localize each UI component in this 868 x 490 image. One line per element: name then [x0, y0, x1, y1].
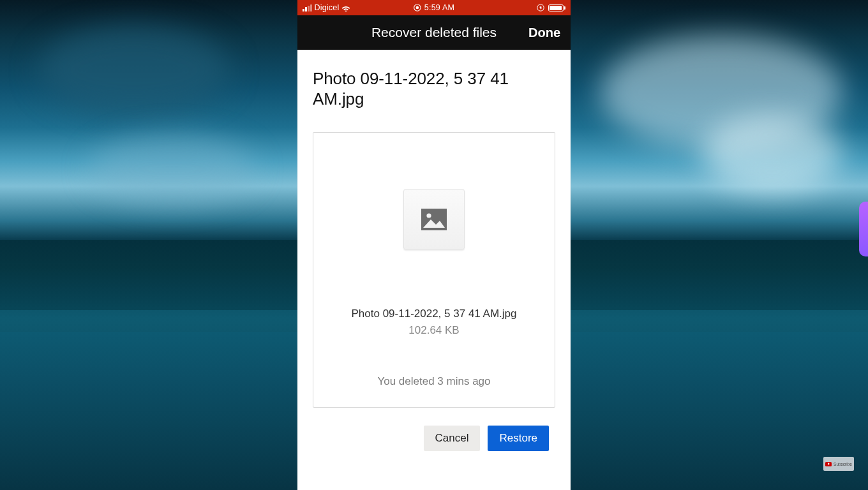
svg-point-1	[416, 6, 419, 10]
subscribe-label: Subscribe	[834, 462, 852, 466]
deleted-text: You deleted 3 mins ago	[313, 375, 555, 388]
restore-button[interactable]: Restore	[488, 426, 549, 451]
wifi-icon	[341, 4, 350, 11]
content-area: Photo 09-11-2022, 5 37 41 AM.jpg Photo 0…	[297, 50, 571, 451]
navbar-title: Recover deleted files	[371, 25, 497, 40]
youtube-icon	[825, 462, 832, 466]
thumbnail-area	[313, 133, 555, 306]
subscribe-chip[interactable]: Subscribe	[823, 457, 854, 471]
svg-point-5	[426, 214, 431, 218]
file-size: 102.64 KB	[313, 324, 555, 337]
file-caption: Photo 09-11-2022, 5 37 41 AM.jpg	[313, 308, 555, 320]
phone-frame: Digicel 5:59 AM Rec	[297, 0, 571, 490]
app-navbar: Recover deleted files Done	[297, 15, 571, 50]
file-card: Photo 09-11-2022, 5 37 41 AM.jpg 102.64 …	[313, 132, 555, 408]
action-row: Cancel Restore	[313, 426, 555, 451]
carrier-label: Digicel	[315, 3, 340, 12]
battery-icon	[548, 4, 566, 11]
status-time: 5:59 AM	[424, 3, 454, 12]
cancel-button[interactable]: Cancel	[424, 426, 481, 451]
ios-status-bar: Digicel 5:59 AM	[297, 0, 571, 15]
side-edge-tab[interactable]	[859, 202, 868, 256]
done-button[interactable]: Done	[528, 26, 560, 40]
svg-rect-3	[539, 6, 541, 8]
desktop-background: Subscribe Digicel 5:59 AM	[0, 0, 868, 490]
rotation-lock-icon	[537, 4, 544, 11]
status-right	[537, 4, 566, 11]
status-center: 5:59 AM	[414, 3, 454, 12]
image-placeholder-icon	[403, 189, 465, 250]
recording-icon	[414, 4, 421, 11]
file-title: Photo 09-11-2022, 5 37 41 AM.jpg	[313, 69, 555, 109]
signal-bars-icon	[303, 4, 312, 11]
status-carrier: Digicel	[303, 3, 350, 12]
